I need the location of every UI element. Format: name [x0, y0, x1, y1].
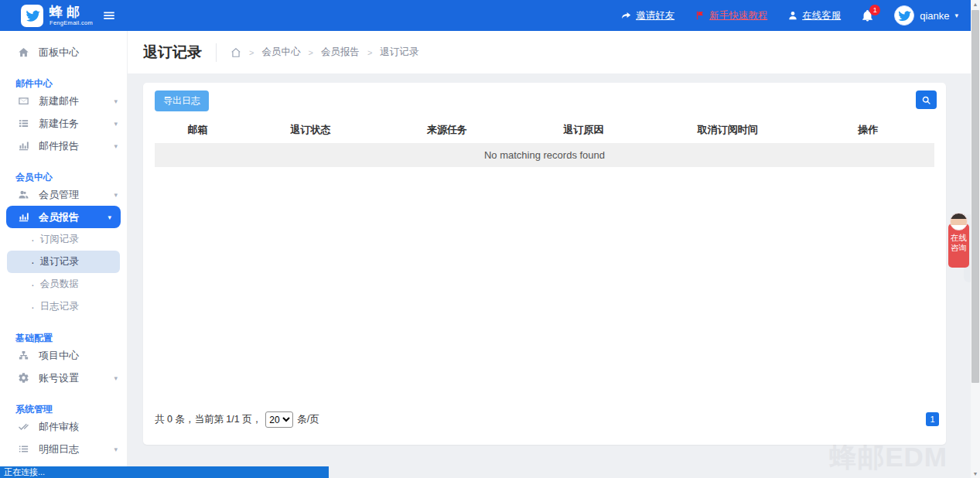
user-avatar: [894, 5, 914, 26]
sitemap-icon: [17, 350, 29, 362]
sidebar-item-new-mail[interactable]: 新建邮件 ▾: [0, 90, 127, 112]
column-header-actions: 操作: [802, 116, 934, 143]
sidebar-subitem-log-records[interactable]: · 日志记录: [0, 295, 127, 318]
sidebar: 面板中心 邮件中心 新建邮件 ▾ 新建任务 ▾ 邮件报告 ▾ 会员中心 会员管理…: [0, 31, 128, 478]
search-button[interactable]: [916, 90, 937, 109]
sidebar-item-mail-report[interactable]: 邮件报告 ▾: [0, 135, 127, 157]
sidebar-item-label: 明细日志: [39, 442, 79, 456]
pagination-unit: 条/页: [297, 413, 319, 426]
header-actions: 邀请好友 新手快速教程 在线客服 1 qianke ▾: [621, 5, 980, 26]
sidebar-subitem-unsubscribe-records[interactable]: · 退订记录: [7, 251, 120, 273]
page-title: 退订记录: [143, 43, 202, 63]
sidebar-item-member-report[interactable]: 会员报告 ▾: [6, 206, 121, 228]
brand-watermark: 蜂邮EDM: [829, 439, 948, 476]
sidebar-item-label: 新建任务: [39, 117, 79, 131]
page-1-button[interactable]: 1: [926, 412, 939, 426]
beginner-tutorial-label: 新手快速教程: [709, 9, 767, 22]
sidebar-item-label: 新建邮件: [39, 94, 79, 108]
sidebar-subitem-subscribe-records[interactable]: · 订阅记录: [0, 228, 127, 251]
sidebar-item-project-center[interactable]: 项目中心: [0, 344, 127, 367]
bird-logo-icon: [21, 5, 43, 27]
online-support-link[interactable]: 在线客服: [787, 9, 841, 22]
online-support-widget[interactable]: 在线 咨询: [948, 224, 969, 268]
sidebar-section-system: 系统管理: [0, 398, 127, 415]
browser-status-bar: 正在连接...: [0, 466, 329, 478]
breadcrumb-separator: >: [308, 48, 312, 57]
brand-logo[interactable]: 蜂邮 FengEmail.com: [0, 0, 128, 31]
chevron-down-icon: ▾: [108, 213, 111, 221]
sidebar-subitem-label: 订阅记录: [40, 233, 79, 246]
top-header: 蜂邮 FengEmail.com 邀请好友 新手快速教程 在线客服 1 qian: [0, 0, 980, 31]
double-check-icon: [17, 421, 29, 433]
column-header-cancel-time: 取消订阅时间: [654, 116, 802, 143]
breadcrumb: > 会员中心 > 会员报告 > 退订记录: [230, 46, 418, 59]
breadcrumb-item-member-center[interactable]: 会员中心: [261, 46, 300, 59]
records-card: 导出日志 邮箱 退订状态 来源任务 退订原因 取消订阅时间 操作 No matc…: [143, 83, 946, 445]
online-support-label: 在线客服: [802, 9, 841, 22]
chevron-down-icon: ▾: [114, 97, 118, 105]
breadcrumb-separator: >: [249, 48, 254, 57]
sidebar-item-label: 面板中心: [39, 46, 79, 60]
list-icon: [17, 443, 29, 456]
empty-row: No matching records found: [155, 143, 934, 167]
main-content: 退订记录 > 会员中心 > 会员报告 > 退订记录 蜂邮EDM 导出日志 邮箱 …: [128, 31, 971, 478]
bullet-icon: ·: [31, 302, 35, 312]
notification-badge: 1: [869, 5, 880, 15]
invite-friends-label: 邀请好友: [636, 9, 674, 22]
scroll-down-arrow-icon[interactable]: ▼: [971, 471, 980, 476]
home-icon[interactable]: [230, 47, 241, 58]
sidebar-item-new-task[interactable]: 新建任务 ▾: [0, 112, 127, 135]
pagination-summary: 共 0 条，当前第 1/1 页，: [155, 413, 261, 426]
brand-name: 蜂邮: [50, 5, 93, 19]
bullet-icon: ·: [31, 279, 35, 290]
sidebar-section-basic-config: 基础配置: [0, 327, 127, 344]
tasks-icon: [17, 118, 29, 130]
sidebar-item-label: 账号设置: [39, 371, 79, 385]
support-agent-avatar: [950, 213, 968, 230]
sidebar-item-label: 会员报告: [39, 210, 79, 224]
column-header-email: 邮箱: [155, 116, 241, 143]
username: qianke: [920, 10, 949, 22]
person-icon: [787, 10, 798, 21]
support-widget-label-line1: 在线: [948, 233, 969, 243]
brand-text: 蜂邮 FengEmail.com: [50, 5, 93, 26]
sidebar-item-dashboard[interactable]: 面板中心: [0, 41, 127, 63]
notification-bell-icon[interactable]: 1: [861, 9, 874, 22]
sidebar-item-label: 会员管理: [39, 188, 79, 202]
export-log-button[interactable]: 导出日志: [155, 90, 209, 111]
sidebar-item-member-management[interactable]: 会员管理 ▾: [0, 183, 127, 206]
hamburger-menu-icon[interactable]: [102, 9, 116, 22]
title-bar: 退订记录 > 会员中心 > 会员报告 > 退订记录: [128, 31, 971, 73]
table-header-row: 邮箱 退订状态 来源任务 退订原因 取消订阅时间 操作: [155, 116, 934, 143]
column-header-status: 退订状态: [241, 116, 381, 143]
sidebar-item-detail-log[interactable]: 明细日志 ▾: [0, 438, 127, 460]
sidebar-item-label: 邮件报告: [39, 139, 79, 153]
sidebar-subitem-label: 日志记录: [40, 300, 79, 313]
user-menu[interactable]: qianke ▾: [894, 5, 958, 26]
sidebar-item-mail-review[interactable]: 邮件审核: [0, 415, 127, 438]
scroll-up-arrow-icon[interactable]: ▲: [971, 2, 980, 7]
sidebar-item-account-settings[interactable]: 账号设置 ▾: [0, 367, 127, 389]
support-widget-label-line2: 咨询: [948, 243, 969, 253]
flag-icon: [695, 10, 705, 21]
sidebar-item-label: 邮件审核: [39, 420, 79, 434]
divider: [216, 43, 217, 62]
share-arrow-icon: [621, 10, 632, 21]
column-header-source-task: 来源任务: [381, 116, 513, 143]
sidebar-subitem-member-data[interactable]: · 会员数据: [0, 273, 127, 295]
breadcrumb-separator: >: [367, 48, 372, 57]
chart-icon: [17, 211, 29, 224]
users-icon: [17, 189, 29, 201]
sidebar-section-mail: 邮件中心: [0, 73, 127, 90]
breadcrumb-item-unsubscribe-records[interactable]: 退订记录: [380, 46, 418, 59]
page-size-select[interactable]: 20: [265, 411, 293, 428]
brand-domain: FengEmail.com: [50, 20, 93, 26]
breadcrumb-item-member-report[interactable]: 会员报告: [321, 46, 360, 59]
beginner-tutorial-link[interactable]: 新手快速教程: [695, 9, 767, 22]
scrollbar-thumb[interactable]: [971, 10, 979, 383]
sidebar-subitem-label: 会员数据: [40, 278, 79, 291]
vertical-scrollbar[interactable]: ▲ ▼: [971, 0, 980, 478]
invite-friends-link[interactable]: 邀请好友: [621, 9, 674, 22]
chevron-down-icon: ▾: [954, 12, 958, 19]
search-icon: [921, 95, 931, 105]
